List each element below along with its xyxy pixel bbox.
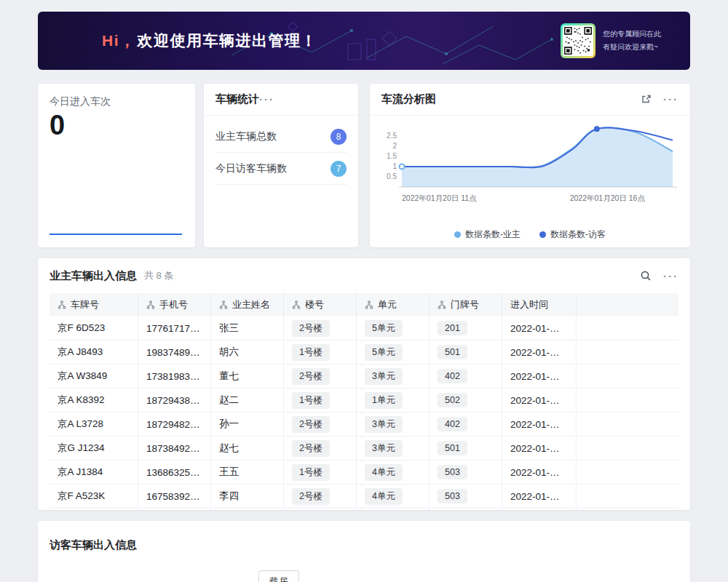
page: Hi，欢迎使用车辆进出管理！ <box>0 0 728 582</box>
tag-pill: 501 <box>438 441 467 455</box>
table-cell: 3单元 <box>357 436 430 460</box>
visitor-vehicle-card: 访客车辆出入信息 载居 <box>38 521 690 582</box>
stat-row-owners: 业主车辆总数 8 <box>215 121 347 153</box>
stat-label: 业主车辆总数 <box>215 130 277 143</box>
today-entries-title: 今日进入车次 <box>50 95 111 108</box>
svg-text:1.5: 1.5 <box>387 152 397 160</box>
table-cell: 19837489… <box>138 340 211 364</box>
tag-pill: 2号楼 <box>292 368 330 385</box>
field-type-icon <box>365 300 373 309</box>
table-cell: 501 <box>430 436 502 460</box>
column-header-unit[interactable]: 单元 <box>357 293 430 316</box>
table-cell: 董七 <box>211 364 284 388</box>
table-cell: 18729482… <box>138 412 211 436</box>
field-type-icon <box>58 300 66 309</box>
greeting-hi: Hi， <box>102 32 136 49</box>
table-cell: 5单元 <box>357 340 430 364</box>
tag-pill: 1单元 <box>365 392 403 409</box>
vehicle-stats-card: 车辆统计 ··· 业主车辆总数 8 今日访客车辆数 7 <box>204 84 358 247</box>
table-cell: 503 <box>430 461 502 484</box>
tag-pill: 2号楼 <box>292 320 330 337</box>
field-type-icon <box>146 300 155 309</box>
tag-pill: 402 <box>438 369 467 383</box>
qr-caption-line1: 您的专属顾问在此 <box>603 28 661 41</box>
table-cell: 13686325… <box>138 461 211 484</box>
table-cell-filler <box>577 340 678 364</box>
welcome-banner: Hi，欢迎使用车辆进出管理！ <box>38 12 690 70</box>
table-cell: 2022-01-… <box>502 436 577 460</box>
chart-card-header: 车流分析图 ··· <box>370 84 690 116</box>
table-row[interactable]: 京A L372818729482…孙一2号楼3单元4022022-01-… <box>50 412 678 436</box>
table-cell: 2022-01-… <box>502 340 577 364</box>
tag-pill: 201 <box>438 321 467 335</box>
svg-text:2022年01月20日 16点: 2022年01月20日 16点 <box>570 194 646 202</box>
sparkline-baseline <box>50 234 182 235</box>
svg-text:0.5: 0.5 <box>387 172 397 180</box>
tag-pill: 501 <box>438 345 467 359</box>
tag-pill: 4单元 <box>365 464 403 481</box>
tag-pill: 5单元 <box>365 320 403 337</box>
table-row[interactable]: 京F 6D52317761717…张三2号楼5单元2012022-01-… <box>50 316 678 340</box>
table-row[interactable]: 京A J849319837489…胡六1号楼5单元5012022-01-… <box>50 340 678 364</box>
table-cell: 张三 <box>211 316 284 340</box>
table-cell: 16758392… <box>138 485 211 508</box>
table-cell-filler <box>577 316 678 340</box>
table-cell: 京F A523K <box>50 485 138 508</box>
table-row[interactable]: 京A K839218729438…赵二1号楼1单元5022022-01-… <box>50 388 678 412</box>
owner-table-body: 京F 6D52317761717…张三2号楼5单元2012022-01-…京A … <box>50 316 678 509</box>
table-cell-filler <box>577 436 678 460</box>
table-cell: 2022-01-… <box>502 388 577 412</box>
tag-pill: 3单元 <box>365 368 403 385</box>
search-icon[interactable] <box>640 270 652 282</box>
traffic-chart: 0.511.522.52022年01月20日 11点2022年01月20日 16… <box>380 120 680 209</box>
table-cell: 502 <box>430 388 502 412</box>
table-row[interactable]: 京G J123418738492…赵七2号楼3单元5012022-01-… <box>50 436 678 461</box>
qr-caption: 您的专属顾问在此 有疑问欢迎来戳~ <box>603 28 661 54</box>
greeting-text: 欢迎使用车辆进出管理！ <box>138 32 318 49</box>
legend-item[interactable]: 数据条数-访客 <box>539 228 606 241</box>
tag-pill: 2号楼 <box>292 416 330 433</box>
table-cell: 孙一 <box>211 412 284 436</box>
chart-legend: 数据条数-业主数据条数-访客 <box>370 228 690 241</box>
table-row[interactable]: 京A W384917381983…董七2号楼3单元4022022-01-… <box>50 364 678 388</box>
table-header-row: 车牌号 手机号 业主姓名 楼号 单元 <box>50 293 678 316</box>
column-header-door[interactable]: 门牌号 <box>430 293 502 316</box>
table-cell: 5单元 <box>357 316 430 340</box>
legend-dot-icon <box>539 231 546 238</box>
legend-item[interactable]: 数据条数-业主 <box>454 228 521 241</box>
visitor-card-title: 访客车辆出入信息 <box>50 538 137 552</box>
field-type-icon <box>219 300 228 309</box>
column-header-building[interactable]: 楼号 <box>284 293 357 316</box>
tag-pill: 402 <box>438 417 467 431</box>
column-header-owner-name[interactable]: 业主姓名 <box>211 293 284 316</box>
table-row[interactable]: 京F A523K16758392…李四2号楼4单元5032022-01-… <box>50 485 678 509</box>
column-header-phone[interactable]: 手机号 <box>138 293 211 316</box>
export-icon[interactable] <box>641 94 652 105</box>
table-cell: 17381983… <box>138 364 211 388</box>
table-cell: 京A J1384 <box>50 461 138 484</box>
table-cell-filler <box>577 461 678 484</box>
record-count: 共 8 条 <box>144 269 173 282</box>
more-icon[interactable]: ··· <box>663 271 678 282</box>
table-cell: 3单元 <box>357 412 430 436</box>
more-icon[interactable]: ··· <box>663 94 678 105</box>
column-header-filler <box>577 293 678 316</box>
table-cell-filler <box>577 412 678 436</box>
tag-pill: 1号楼 <box>292 392 330 409</box>
legend-dot-icon <box>454 231 461 238</box>
more-icon[interactable]: ··· <box>259 94 274 105</box>
column-header-plate[interactable]: 车牌号 <box>50 293 138 316</box>
column-header-entry-time[interactable]: 进入时间 <box>502 293 577 316</box>
table-row[interactable]: 京A J138413686325…王五1号楼4单元5032022-01-… <box>50 461 678 485</box>
table-cell: 1号楼 <box>284 461 357 484</box>
today-entries-card: 今日进入车次 0 <box>38 84 195 247</box>
svg-text:2.5: 2.5 <box>387 132 397 140</box>
table-cell: 2号楼 <box>284 316 357 340</box>
tag-pill: 4单元 <box>365 488 403 505</box>
table-cell: 2号楼 <box>284 485 357 508</box>
table-cell: 京A L3728 <box>50 412 138 436</box>
owner-table: 车牌号 手机号 业主姓名 楼号 单元 <box>50 293 678 509</box>
visitor-action-button[interactable]: 载居 <box>258 570 299 582</box>
legend-label: 数据条数-业主 <box>465 228 521 241</box>
field-type-icon <box>292 300 301 309</box>
